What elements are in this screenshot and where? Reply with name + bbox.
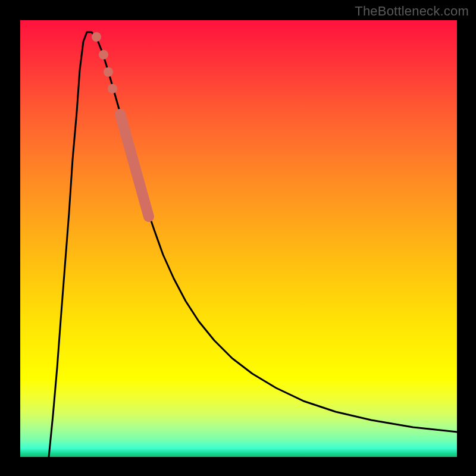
chart-svg xyxy=(20,20,457,457)
marker-dot xyxy=(92,32,101,42)
chart-frame: TheBottleneck.com xyxy=(0,0,476,476)
marker-segment xyxy=(120,114,149,217)
marker-dot xyxy=(104,67,113,77)
curve-line xyxy=(49,32,457,457)
marker-dot xyxy=(99,50,108,60)
watermark-text: TheBottleneck.com xyxy=(355,4,469,19)
plot-area xyxy=(20,20,457,457)
marker-dot xyxy=(108,84,117,93)
